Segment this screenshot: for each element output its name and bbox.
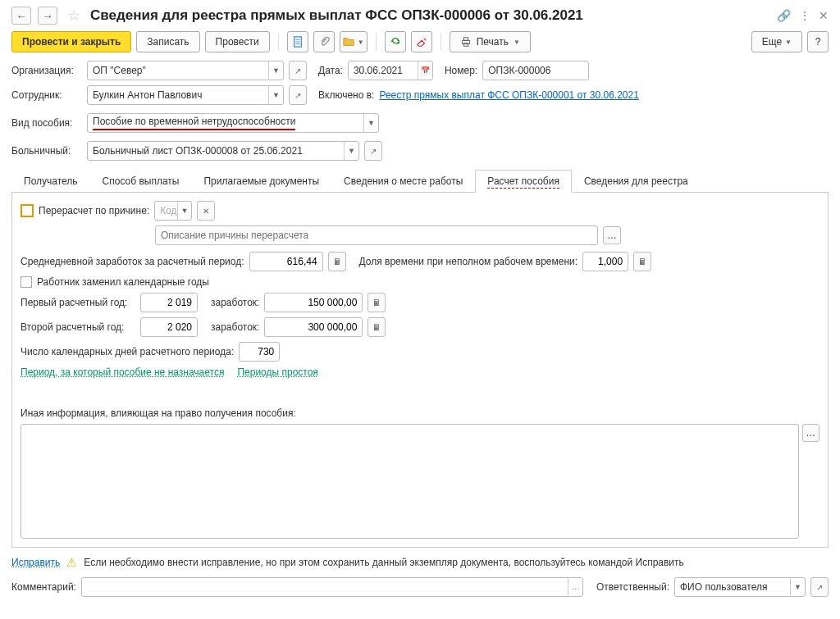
back-button[interactable]: ← [11, 7, 31, 25]
downtime-periods-link[interactable]: Периоды простоя [237, 366, 317, 378]
year1-input[interactable] [140, 293, 198, 312]
more-button[interactable]: Еще ▼ [751, 31, 802, 52]
earn2-calc-button[interactable]: 🖩 [368, 317, 386, 337]
folder-icon [343, 36, 354, 48]
organization-label: Организация: [11, 65, 82, 76]
excluded-period-link[interactable]: Период, за который пособие не назначаетс… [21, 366, 224, 378]
benefit-type-field[interactable]: Пособие по временной нетрудоспособности … [87, 113, 379, 133]
help-button[interactable]: ? [807, 31, 829, 52]
responsible-label: Ответственный: [596, 581, 669, 593]
time-share-input[interactable] [582, 252, 628, 271]
date-value: 30.06.2021 [354, 65, 418, 76]
tab-payment-method[interactable]: Способ выплаты [90, 170, 192, 193]
forward-button[interactable]: → [38, 7, 57, 25]
tab-workplace-info[interactable]: Сведения о месте работы [331, 170, 475, 193]
number-field[interactable]: ОПЗК-000006 [482, 61, 589, 80]
clear-button[interactable] [411, 31, 432, 52]
dropdown-icon[interactable]: ▼ [268, 61, 283, 80]
svg-line-4 [423, 39, 426, 41]
separator [278, 33, 279, 51]
dropdown-icon[interactable]: ▼ [363, 114, 378, 132]
calendar-days-input[interactable] [239, 342, 280, 362]
fix-link[interactable]: Исправить [11, 557, 60, 568]
tab-documents[interactable]: Прилагаемые документы [191, 170, 331, 193]
earn1-label: заработок: [211, 297, 259, 308]
recalc-reason-expand[interactable]: … [603, 226, 621, 244]
window-title: Сведения для реестра прямых выплат ФСС О… [90, 7, 770, 24]
dropdown-icon[interactable]: ▼ [790, 578, 805, 596]
comment-label: Комментарий: [11, 581, 76, 593]
calendar-days-label: Число календарных дней расчетного период… [21, 346, 234, 357]
organization-value: ОП "Север" [93, 65, 268, 76]
separator [376, 33, 377, 51]
employee-value: Булкин Антон Павлович [93, 89, 268, 101]
recalc-label: Перерасчет по причине: [39, 205, 149, 216]
sick-leave-field[interactable]: Больничный лист ОПЗК-000008 от 25.06.202… [87, 141, 359, 161]
more-label: Еще [762, 36, 782, 48]
other-info-textarea[interactable] [21, 424, 799, 539]
number-value: ОПЗК-000006 [488, 65, 550, 76]
responsible-value: ФИО пользователя [680, 581, 790, 593]
tab-registry-info[interactable]: Сведения для реестра [572, 170, 701, 193]
organization-field[interactable]: ОП "Север" ▼ [87, 61, 284, 80]
recalc-code-field[interactable]: Код ▼ [154, 201, 192, 221]
tabs: Получатель Способ выплаты Прилагаемые до… [11, 169, 829, 193]
save-button[interactable]: Записать [136, 31, 199, 52]
sick-leave-open-button[interactable]: ↗ [364, 141, 382, 161]
employee-field[interactable]: Булкин Антон Павлович ▼ [87, 85, 284, 105]
earn2-input[interactable] [264, 317, 363, 337]
employee-open-button[interactable]: ↗ [289, 85, 307, 105]
date-field[interactable]: 30.06.2021 📅 [348, 61, 433, 80]
dropdown-icon[interactable]: ▼ [177, 202, 192, 220]
print-button[interactable]: Печать ▼ [450, 31, 531, 52]
avg-calc-button[interactable]: 🖩 [328, 252, 346, 271]
recalc-checkbox[interactable] [21, 204, 34, 217]
sick-leave-value: Больничный лист ОПЗК-000008 от 25.06.202… [93, 145, 344, 157]
date-label: Дата: [318, 65, 343, 76]
avg-earnings-label: Среднедневной заработок за расчетный пер… [21, 256, 244, 267]
earn1-calc-button[interactable]: 🖩 [368, 293, 386, 312]
document-icon-button[interactable] [287, 31, 308, 52]
svg-rect-6 [463, 38, 468, 41]
time-share-label: Доля времени при неполном рабочем времен… [359, 256, 578, 267]
benefit-type-value: Пособие по временной нетрудоспособности [93, 116, 295, 130]
recalc-reason-input[interactable] [155, 225, 598, 245]
earn1-input[interactable] [264, 293, 363, 312]
folder-dropdown-button[interactable]: ▼ [340, 31, 368, 52]
comment-field[interactable]: … [81, 577, 583, 597]
calendar-icon[interactable]: 📅 [418, 61, 432, 80]
replaced-years-checkbox[interactable] [21, 276, 32, 288]
tab-benefit-calc[interactable]: Расчет пособия [475, 170, 572, 193]
link-icon[interactable]: 🔗 [777, 9, 791, 22]
refresh-button[interactable] [385, 31, 406, 52]
avg-earnings-input[interactable] [249, 252, 323, 271]
year2-input[interactable] [140, 317, 198, 337]
paperclip-icon [318, 36, 330, 48]
comment-expand-icon[interactable]: … [568, 578, 582, 596]
dropdown-icon[interactable]: ▼ [344, 142, 358, 160]
kebab-menu-icon[interactable]: ⋮ [799, 9, 810, 22]
included-in-label: Включено в: [318, 89, 374, 101]
separator [441, 33, 441, 51]
replaced-years-label: Работник заменил календарные годы [37, 276, 209, 288]
organization-open-button[interactable]: ↗ [289, 61, 307, 80]
close-icon[interactable]: ✕ [819, 9, 829, 22]
other-info-label: Иная информация, влияющая на право получ… [21, 407, 296, 419]
post-and-close-button[interactable]: Провести и закрыть [11, 31, 131, 52]
included-in-link[interactable]: Реестр прямых выплат ФСС ОПЗК-000001 от … [379, 89, 638, 101]
employee-label: Сотрудник: [11, 89, 82, 101]
favorite-star-icon[interactable]: ☆ [67, 7, 80, 25]
responsible-open-button[interactable]: ↗ [810, 577, 829, 597]
year2-label: Второй расчетный год: [21, 321, 135, 333]
recalc-clear-button[interactable]: ✕ [197, 201, 215, 221]
other-info-expand[interactable]: … [802, 424, 819, 442]
tab-recipient[interactable]: Получатель [11, 170, 90, 193]
earn2-label: заработок: [211, 321, 259, 333]
responsible-field[interactable]: ФИО пользователя ▼ [674, 577, 806, 597]
post-button[interactable]: Провести [205, 31, 270, 52]
refresh-icon [390, 36, 401, 48]
number-label: Номер: [445, 65, 477, 76]
dropdown-icon[interactable]: ▼ [268, 86, 283, 104]
attach-button[interactable] [313, 31, 335, 52]
share-calc-button[interactable]: 🖩 [633, 252, 651, 271]
